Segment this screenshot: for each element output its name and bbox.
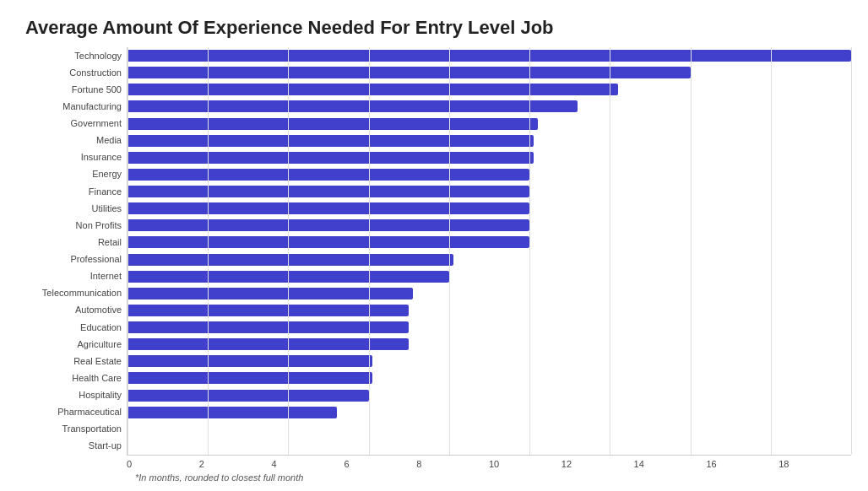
bar-row [127, 151, 851, 165]
bar [127, 254, 453, 266]
plot-area: TechnologyConstructionFortune 500Manufac… [17, 47, 851, 455]
y-label: Start-up [89, 440, 122, 453]
y-label: Fortune 500 [72, 83, 122, 96]
bar-row [127, 440, 851, 453]
y-label: Finance [89, 185, 122, 198]
bar [127, 372, 372, 384]
x-tick: 14 [634, 459, 707, 469]
y-label: Education [80, 321, 122, 334]
y-label: Automotive [75, 304, 122, 317]
bar [127, 407, 337, 418]
bar-row [127, 423, 851, 436]
bar [127, 84, 618, 95]
y-labels: TechnologyConstructionFortune 500Manufac… [17, 47, 127, 455]
footnote: *In months, rounded to closest full mont… [17, 469, 851, 483]
bar-row [127, 354, 851, 368]
bar [127, 50, 851, 62]
chart-title: Average Amount Of Experience Needed For … [17, 17, 851, 39]
y-label: Government [70, 117, 122, 131]
y-label: Insurance [81, 151, 122, 165]
grid-line [851, 47, 852, 455]
bar [127, 186, 529, 197]
bar [127, 202, 529, 214]
y-label: Retail [98, 235, 122, 249]
bar [127, 169, 529, 181]
y-label: Manufacturing [62, 100, 122, 113]
x-tick: 12 [561, 459, 634, 469]
x-tick: 18 [778, 459, 851, 469]
x-tick: 6 [344, 459, 416, 469]
y-label: Construction [69, 66, 122, 79]
bar [127, 152, 534, 164]
bar [127, 67, 691, 78]
bar [127, 355, 372, 367]
y-label: Technology [74, 49, 122, 62]
bar [127, 321, 409, 333]
bar-row [127, 389, 851, 402]
bar-row [127, 66, 851, 79]
bar-row [127, 219, 851, 232]
bar-row [127, 270, 851, 283]
y-label: Non Profits [76, 219, 122, 232]
y-label: Agriculture [77, 337, 122, 351]
y-label: Internet [90, 270, 122, 283]
bar [127, 118, 538, 130]
bar-row [127, 202, 851, 215]
bar [127, 305, 409, 316]
bar [127, 219, 529, 231]
chart-container: Average Amount Of Experience Needed For … [0, 0, 868, 491]
bar-row [127, 406, 851, 419]
chart-area: TechnologyConstructionFortune 500Manufac… [17, 47, 851, 483]
bar [127, 135, 534, 147]
x-tick: 16 [706, 459, 778, 469]
bar [127, 338, 409, 350]
x-tick: 8 [416, 459, 489, 469]
bar-row [127, 235, 851, 249]
y-label: Energy [92, 168, 122, 181]
x-tick: 2 [199, 459, 272, 469]
bar [127, 271, 449, 283]
y-label: Utilities [92, 202, 122, 215]
bar [127, 100, 578, 112]
bar-row [127, 304, 851, 317]
bar-row [127, 100, 851, 113]
x-axis: 024681012141618 [127, 455, 851, 469]
y-label: Health Care [72, 371, 122, 385]
bar-row [127, 49, 851, 62]
x-tick: 10 [489, 459, 561, 469]
y-label: Media [96, 134, 122, 148]
bars-area [127, 47, 851, 455]
bar-row [127, 337, 851, 351]
bar-row [127, 321, 851, 334]
bar-row [127, 287, 851, 300]
bar-row [127, 185, 851, 198]
y-label: Telecommunication [42, 287, 122, 300]
y-label: Pharmaceutical [57, 406, 122, 419]
bar-row [127, 134, 851, 148]
y-label: Professional [70, 253, 122, 267]
y-label: Real Estate [73, 354, 122, 368]
bar-row [127, 253, 851, 267]
y-label: Transportation [62, 423, 122, 436]
bar [127, 288, 413, 299]
bar [127, 390, 369, 402]
bar [127, 236, 529, 248]
x-tick: 4 [272, 459, 344, 469]
x-tick: 0 [127, 459, 199, 469]
bar-row [127, 117, 851, 131]
bar-row [127, 371, 851, 385]
bar-row [127, 83, 851, 96]
y-label: Hospitality [79, 389, 122, 402]
bar-row [127, 168, 851, 181]
